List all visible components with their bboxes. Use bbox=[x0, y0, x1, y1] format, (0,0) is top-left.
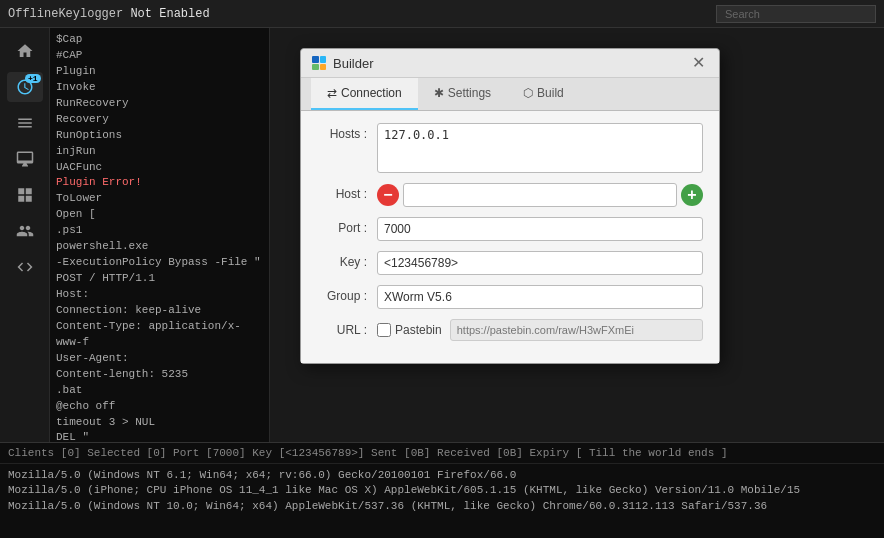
group-input[interactable] bbox=[377, 285, 703, 309]
sidebar-grid-icon[interactable] bbox=[7, 180, 43, 210]
url-label: URL : bbox=[317, 319, 377, 337]
log-line: RunRecovery bbox=[56, 96, 263, 112]
sidebar-home-icon[interactable] bbox=[7, 36, 43, 66]
settings-tab-label: Settings bbox=[448, 86, 491, 100]
sidebar-menu-icon[interactable] bbox=[7, 108, 43, 138]
builder-title: Builder bbox=[333, 56, 688, 71]
build-tab-label: Build bbox=[537, 86, 564, 100]
log-line: ToLower bbox=[56, 191, 263, 207]
log-line: @echo off bbox=[56, 399, 263, 415]
hosts-row: Hosts : bbox=[317, 123, 703, 173]
tab-build[interactable]: ⬡ Build bbox=[507, 78, 580, 110]
sidebar-code-icon[interactable] bbox=[7, 252, 43, 282]
sidebar-network-icon[interactable] bbox=[7, 216, 43, 246]
connection-tab-icon: ⇄ bbox=[327, 86, 337, 100]
log-line: DEL " bbox=[56, 430, 263, 442]
pastebin-checkbox[interactable] bbox=[377, 323, 391, 337]
builder-titlebar: Builder ✕ bbox=[301, 49, 719, 78]
build-tab-icon: ⬡ bbox=[523, 86, 533, 100]
log-line: .bat bbox=[56, 383, 263, 399]
log-line: -ExecutionPolicy Bypass -File " bbox=[56, 255, 263, 271]
add-host-button[interactable]: + bbox=[681, 184, 703, 206]
log-line: RunOptions bbox=[56, 128, 263, 144]
log-line: Plugin bbox=[56, 64, 263, 80]
sidebar-clock-icon[interactable]: +1 bbox=[7, 72, 43, 102]
key-input[interactable] bbox=[377, 251, 703, 275]
host-input[interactable] bbox=[403, 183, 677, 207]
log-line: POST / HTTP/1.1 bbox=[56, 271, 263, 287]
pastebin-label[interactable]: Pastebin bbox=[377, 323, 442, 337]
log-line: UACFunc bbox=[56, 160, 263, 176]
log-entry: Mozilla/5.0 (iPhone; CPU iPhone OS 11_4_… bbox=[8, 483, 876, 498]
log-line: Invoke bbox=[56, 80, 263, 96]
port-row: Port : bbox=[317, 217, 703, 241]
log-entry: Mozilla/5.0 (Windows NT 6.1; Win64; x64;… bbox=[8, 468, 876, 483]
log-line: Recovery bbox=[56, 112, 263, 128]
log-line: Host: bbox=[56, 287, 263, 303]
host-row: Host : − + bbox=[317, 183, 703, 207]
bottom-log: Mozilla/5.0 (Windows NT 6.1; Win64; x64;… bbox=[0, 463, 884, 538]
group-label: Group : bbox=[317, 285, 377, 303]
log-line: .ps1 bbox=[56, 223, 263, 239]
log-line: powershell.exe bbox=[56, 239, 263, 255]
builder-close-button[interactable]: ✕ bbox=[688, 55, 709, 71]
builder-icon bbox=[311, 55, 327, 71]
settings-tab-icon: ✱ bbox=[434, 86, 444, 100]
pastebin-url-row: URL : Pastebin bbox=[317, 319, 703, 341]
builder-form: Hosts : Host : − + Port : bbox=[301, 111, 719, 363]
app-title: OfflineKeylogger Not Enabled bbox=[8, 7, 716, 21]
log-line: #CAP bbox=[56, 48, 263, 64]
key-label: Key : bbox=[317, 251, 377, 269]
builder-dialog: Builder ✕ ⇄ Connection ✱ Settings ⬡ Buil… bbox=[300, 48, 720, 364]
log-entry: Mozilla/5.0 (Windows NT 10.0; Win64; x64… bbox=[8, 499, 876, 514]
sidebar-monitor-icon[interactable] bbox=[7, 144, 43, 174]
clock-badge: +1 bbox=[25, 74, 41, 83]
host-controls: − + bbox=[377, 183, 703, 207]
log-line: timeout 3 > NUL bbox=[56, 415, 263, 431]
main-area: +1 $Cap #CAP Plugin Invoke RunRecovery R… bbox=[0, 28, 884, 442]
log-line: Connection: keep-alive bbox=[56, 303, 263, 319]
remove-host-button[interactable]: − bbox=[377, 184, 399, 206]
pastebin-controls: Pastebin bbox=[377, 319, 703, 341]
tab-settings[interactable]: ✱ Settings bbox=[418, 78, 507, 110]
sidebar: +1 bbox=[0, 28, 50, 442]
log-line: Content-Type: application/x-www-f bbox=[56, 319, 263, 351]
builder-tabs: ⇄ Connection ✱ Settings ⬡ Build bbox=[301, 78, 719, 111]
log-line: User-Agent: bbox=[56, 351, 263, 367]
log-line: $Cap bbox=[56, 32, 263, 48]
log-line: Content-length: 5235 bbox=[56, 367, 263, 383]
log-line: Open [ bbox=[56, 207, 263, 223]
hosts-input[interactable] bbox=[377, 123, 703, 173]
right-area: Builder ✕ ⇄ Connection ✱ Settings ⬡ Buil… bbox=[270, 28, 884, 442]
status-enabled: Enabled bbox=[159, 7, 209, 21]
port-label: Port : bbox=[317, 217, 377, 235]
top-bar: OfflineKeylogger Not Enabled bbox=[0, 0, 884, 28]
url-input[interactable] bbox=[450, 319, 703, 341]
hosts-label: Hosts : bbox=[317, 123, 377, 141]
status-text: Clients [0] Selected [0] Port [7000] Key… bbox=[8, 447, 728, 459]
log-line: Plugin Error! bbox=[56, 175, 263, 191]
status-bar: Clients [0] Selected [0] Port [7000] Key… bbox=[0, 442, 884, 463]
port-input[interactable] bbox=[377, 217, 703, 241]
search-input[interactable] bbox=[716, 5, 876, 23]
pastebin-text: Pastebin bbox=[395, 323, 442, 337]
tab-connection[interactable]: ⇄ Connection bbox=[311, 78, 418, 110]
log-line: injRun bbox=[56, 144, 263, 160]
connection-tab-label: Connection bbox=[341, 86, 402, 100]
host-label: Host : bbox=[317, 183, 377, 201]
left-log-panel: $Cap #CAP Plugin Invoke RunRecovery Reco… bbox=[50, 28, 270, 442]
group-row: Group : bbox=[317, 285, 703, 309]
key-row: Key : bbox=[317, 251, 703, 275]
status-not: Not bbox=[130, 7, 152, 21]
